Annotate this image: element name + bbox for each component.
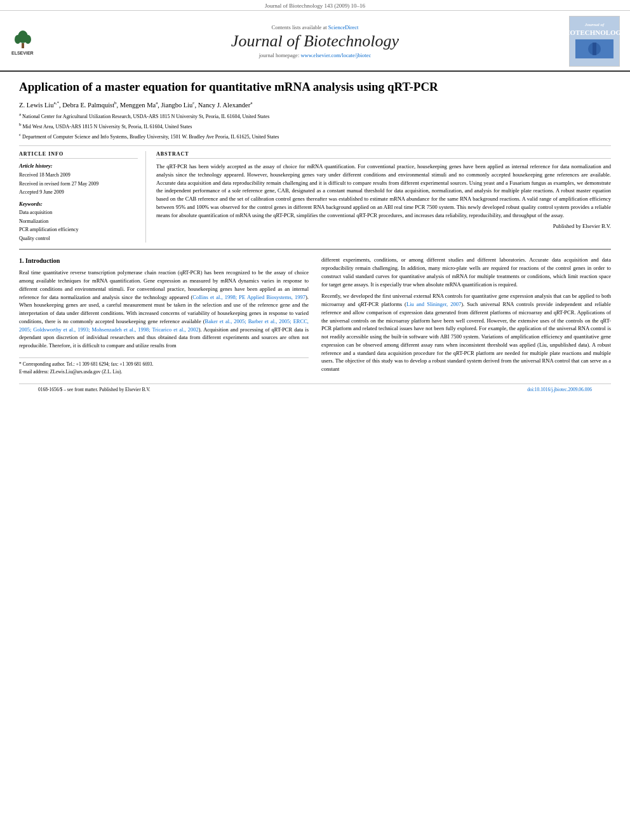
received-date: Received 18 March 2009: [19, 171, 138, 180]
affiliations: a National Center for Agricultural Utili…: [19, 111, 611, 140]
page-wrapper: Journal of Biotechnology 143 (2009) 10–1…: [0, 0, 630, 395]
keyword-1: Data acquisition: [19, 208, 138, 217]
divider-1: [19, 145, 611, 146]
article-info-column: ARTICLE INFO Article history: Received 1…: [19, 151, 146, 243]
intro-para-1: Real time quantitative reverse transcrip…: [19, 269, 309, 350]
affil-b: b Mid West Area, USDA-ARS 1815 N Univers…: [19, 121, 611, 131]
body-right-col: different experiments, conditions, or am…: [321, 256, 611, 377]
issn-line: 0168-1656/$ – see front matter. Publishe…: [38, 387, 151, 392]
top-bar: Journal of Biotechnology 143 (2009) 10–1…: [0, 0, 630, 11]
journal-citation: Journal of Biotechnology 143 (2009) 10–1…: [265, 3, 365, 9]
article-content: Application of a master equation for qua…: [0, 72, 630, 395]
journal-header: ELSEVIER Contents lists available at Sci…: [0, 11, 630, 72]
affil-a: a National Center for Agricultural Utili…: [19, 111, 611, 121]
bottom-bar: 0168-1656/$ – see front matter. Publishe…: [19, 383, 611, 395]
svg-text:ELSEVIER: ELSEVIER: [11, 51, 34, 55]
footnote-email: E-mail address: ZLewis.Liu@ars.usda.gov …: [19, 368, 309, 376]
svg-rect-8: [593, 43, 596, 55]
header-center: Contents lists available at ScienceDirec…: [61, 24, 569, 58]
body-left-col: 1. Introduction Real time quantitative r…: [19, 256, 309, 377]
svg-point-3: [25, 35, 31, 44]
ref-link-collins[interactable]: Collins et al., 1998; PE Applied Biosyst…: [192, 294, 305, 300]
keywords-list: Data acquisition Normalization PCR ampli…: [19, 208, 138, 243]
footnote-section: * Corresponding author. Tel.: +1 309 681…: [19, 357, 309, 376]
intro-heading: 1. Introduction: [19, 256, 309, 265]
accepted-date: Accepted 9 June 2009: [19, 188, 138, 197]
article-info-abstract-section: ARTICLE INFO Article history: Received 1…: [19, 151, 611, 243]
published-by: Published by Elsevier B.V.: [156, 223, 611, 229]
elsevier-logo-icon: ELSEVIER: [10, 25, 61, 57]
keywords-label: Keywords:: [19, 201, 138, 207]
homepage-link[interactable]: www.elsevier.com/locate/jbiotec: [300, 52, 371, 58]
body-divider: [19, 249, 611, 250]
intro-para-right-2: Recently, we developed the first univers…: [321, 292, 611, 373]
journal-homepage: journal homepage: www.elsevier.com/locat…: [61, 52, 569, 58]
revised-date: Received in revised form 27 May 2009: [19, 180, 138, 189]
affil-c: c Department of Computer Science and Inf…: [19, 131, 611, 141]
ref-link-baker[interactable]: Baker et al., 2005; Barber et al., 2005;…: [19, 318, 309, 333]
sciencedirect-link[interactable]: ScienceDirect: [328, 24, 359, 30]
keyword-2: Normalization: [19, 217, 138, 226]
journal-cover-image: Journal of BIOTECHNOLOGY: [569, 16, 620, 67]
article-history-dates: Received 18 March 2009 Received in revis…: [19, 171, 138, 197]
svg-rect-4: [22, 43, 24, 48]
intro-para-right-1: different experiments, conditions, or am…: [321, 256, 611, 288]
article-info-label: ARTICLE INFO: [19, 151, 138, 159]
body-two-col: 1. Introduction Real time quantitative r…: [19, 256, 611, 377]
ref-link-liu-slininger[interactable]: Liu and Slininger, 2007: [406, 301, 461, 307]
keyword-3: PCR amplification efficiency: [19, 225, 138, 234]
authors-line: Z. Lewis Liua,*, Debra E. Palmquistb, Me…: [19, 100, 611, 109]
article-history-label: Article history:: [19, 163, 138, 169]
header-right: Journal of BIOTECHNOLOGY: [569, 16, 620, 67]
keyword-4: Quality control: [19, 234, 138, 243]
doi-link[interactable]: doi:10.1016/j.jbiotec.2009.06.006: [527, 387, 592, 392]
article-title: Application of a master equation for qua…: [19, 79, 611, 95]
header-left: ELSEVIER: [10, 25, 61, 57]
abstract-text: The qRT-PCR has been widely accepted as …: [156, 163, 611, 219]
journal-title: Journal of Biotechnology: [61, 32, 569, 51]
contents-line: Contents lists available at ScienceDirec…: [61, 24, 569, 30]
abstract-label: ABSTRACT: [156, 151, 611, 159]
svg-point-2: [15, 35, 21, 44]
abstract-column: ABSTRACT The qRT-PCR has been widely acc…: [156, 151, 611, 243]
footnote-corresponding: * Corresponding author. Tel.: +1 309 681…: [19, 361, 309, 368]
